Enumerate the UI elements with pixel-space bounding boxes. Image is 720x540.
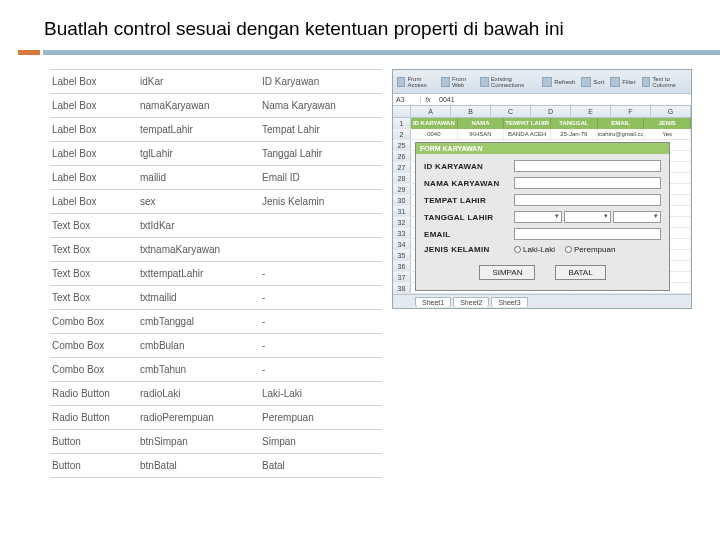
input-tempat[interactable] [514, 194, 661, 206]
formula-value[interactable]: 0041 [435, 96, 455, 103]
sheet-tab[interactable]: Sheet1 [415, 297, 451, 307]
userform-title: FORM KARYAWAN [416, 143, 669, 154]
column-header[interactable]: E [571, 106, 611, 117]
excel-window: From AccessFrom WebExisting ConnectionsR… [392, 69, 692, 309]
properties-table: Label BoxidKarID KaryawanLabel BoxnamaKa… [50, 69, 382, 478]
input-nama[interactable] [514, 177, 661, 189]
table-row: Label BoxnamaKaryawanNama Karyawan [50, 94, 382, 118]
name-box[interactable]: A3 [393, 96, 421, 103]
table-row: ButtonbtnBatalBatal [50, 454, 382, 478]
ribbon-item[interactable]: Sort [581, 77, 604, 87]
column-header[interactable]: B [451, 106, 491, 117]
table-row: Combo BoxcmbTanggal- [50, 310, 382, 334]
table-row: Label BoxtempatLahirTempat Lahir [50, 118, 382, 142]
page-title: Buatlah control sesuai dengan ketentuan … [0, 0, 720, 46]
table-row: Label BoxmailidEmail ID [50, 166, 382, 190]
ribbon-item[interactable]: From Web [441, 76, 474, 88]
ribbon: From AccessFrom WebExisting ConnectionsR… [393, 70, 691, 94]
ribbon-item[interactable]: Refresh [542, 77, 575, 87]
radio-laki[interactable]: Laki-Laki [514, 245, 555, 254]
accent-bar [18, 50, 720, 55]
userform: FORM KARYAWAN ID KARYAWAN NAMA KARYAWAN … [415, 142, 670, 291]
input-email[interactable] [514, 228, 661, 240]
table-row: Radio ButtonradioLakiLaki-Laki [50, 382, 382, 406]
label-tanggal: TANGGAL LAHIR [424, 213, 514, 222]
combo-tahun[interactable] [613, 211, 661, 223]
column-headers: ABCDEFG [393, 106, 691, 118]
batal-button[interactable]: BATAL [555, 265, 605, 280]
simpan-button[interactable]: SIMPAN [479, 265, 535, 280]
combo-bulan[interactable] [564, 211, 612, 223]
sheet-tab[interactable]: Sheet2 [453, 297, 489, 307]
data-row: 2 0040IKHSANBANDA ACEH25-Jan-79icahiro@g… [393, 129, 691, 140]
label-email: EMAIL [424, 230, 514, 239]
column-header[interactable]: C [491, 106, 531, 117]
table-row: Label BoxsexJenis Kelamin [50, 190, 382, 214]
green-header-row: 1 ID KARYAWANNAMATEMPAT LAHIRTANGGAL LAH… [393, 118, 691, 129]
column-header[interactable]: F [611, 106, 651, 117]
grid-area: 2526272829303132333435363738 FORM KARYAW… [393, 140, 691, 294]
formula-bar: A3 fx 0041 [393, 94, 691, 106]
table-row: Radio ButtonradioPerempuanPerempuan [50, 406, 382, 430]
table-row: Combo BoxcmbBulan- [50, 334, 382, 358]
table-row: Label BoxidKarID Karyawan [50, 70, 382, 94]
table-row: Label BoxtglLahirTanggal Lahir [50, 142, 382, 166]
table-row: Text Boxtxtmailid- [50, 286, 382, 310]
table-row: Text BoxtxtnamaKaryawan [50, 238, 382, 262]
column-header[interactable]: D [531, 106, 571, 117]
sheet-tab[interactable]: Sheet3 [491, 297, 527, 307]
column-header[interactable]: G [651, 106, 691, 117]
ribbon-item[interactable]: Existing Connections [480, 76, 536, 88]
input-id[interactable] [514, 160, 661, 172]
ribbon-item[interactable]: Text to Columns [642, 76, 687, 88]
table-row: ButtonbtnSimpanSimpan [50, 430, 382, 454]
table-row: Combo BoxcmbTahun- [50, 358, 382, 382]
sheet-tabs: Sheet1Sheet2Sheet3 [393, 294, 691, 308]
label-nama: NAMA KARYAWAN [424, 179, 514, 188]
table-row: Text BoxtxtIdKar [50, 214, 382, 238]
ribbon-item[interactable]: From Access [397, 76, 435, 88]
ribbon-item[interactable]: Filter [610, 77, 635, 87]
label-tempat: TEMPAT LAHIR [424, 196, 514, 205]
combo-tanggal[interactable] [514, 211, 562, 223]
column-header[interactable]: A [411, 106, 451, 117]
table-row: Text BoxtxttempatLahir- [50, 262, 382, 286]
label-id: ID KARYAWAN [424, 162, 514, 171]
radio-perempuan[interactable]: Perempuan [565, 245, 615, 254]
fx-icon[interactable]: fx [421, 96, 435, 103]
label-jenis: JENIS KELAMIN [424, 245, 514, 254]
